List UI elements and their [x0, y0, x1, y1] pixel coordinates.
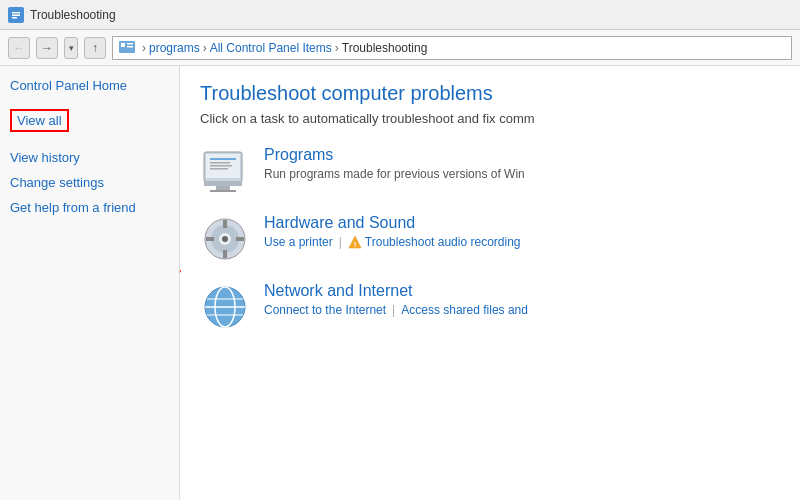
- red-arrow-annotation: [180, 121, 200, 291]
- svg-rect-11: [216, 186, 230, 190]
- content-subtitle: Click on a task to automatically trouble…: [200, 111, 780, 126]
- svg-rect-14: [210, 162, 230, 164]
- programs-icon: [200, 146, 250, 196]
- sidebar-view-all-link[interactable]: View all: [10, 109, 69, 132]
- audio-link[interactable]: Troubleshoot audio recording: [365, 235, 521, 249]
- window-icon: [8, 7, 24, 23]
- svg-rect-16: [210, 168, 228, 170]
- svg-rect-10: [204, 182, 242, 186]
- address-bar: ← → ▾ ↑ › programs › All Control Panel I…: [0, 30, 800, 66]
- sidebar-change-settings-link[interactable]: Change settings: [10, 175, 169, 190]
- sidebar-get-help-link[interactable]: Get help from a friend: [10, 200, 169, 215]
- content-area: Troubleshoot computer problems Click on …: [180, 66, 800, 500]
- path-separator-3: ›: [335, 41, 339, 55]
- hardware-info: Hardware and Sound Use a printer | ! Tro…: [264, 214, 780, 249]
- red-arrow-overlay: [180, 106, 195, 286]
- network-info: Network and Internet Connect to the Inte…: [264, 282, 780, 317]
- programs-description: Run programs made for previous versions …: [264, 167, 780, 181]
- svg-rect-12: [210, 190, 236, 192]
- svg-rect-7: [127, 46, 133, 48]
- network-links: Connect to the Internet | Access shared …: [264, 303, 780, 317]
- sidebar: Control Panel Home View all View history…: [0, 66, 180, 500]
- path-control-panel[interactable]: programs: [149, 41, 200, 55]
- connect-internet-link[interactable]: Connect to the Internet: [264, 303, 386, 317]
- svg-rect-1: [12, 12, 20, 14]
- network-link[interactable]: Network and Internet: [264, 282, 780, 300]
- svg-rect-13: [210, 158, 236, 160]
- svg-rect-23: [236, 237, 244, 241]
- forward-button[interactable]: →: [36, 37, 58, 59]
- svg-rect-22: [206, 237, 214, 241]
- title-bar: Troubleshooting: [0, 0, 800, 30]
- path-all-items[interactable]: All Control Panel Items: [210, 41, 332, 55]
- up-button[interactable]: ↑: [84, 37, 106, 59]
- shared-files-link[interactable]: Access shared files and: [401, 303, 528, 317]
- svg-rect-6: [127, 43, 133, 45]
- svg-rect-21: [223, 250, 227, 258]
- category-network: Network and Internet Connect to the Inte…: [200, 282, 780, 332]
- svg-rect-20: [223, 220, 227, 228]
- svg-point-24: [222, 236, 228, 242]
- svg-rect-3: [12, 17, 17, 19]
- category-hardware: Hardware and Sound Use a printer | ! Tro…: [200, 214, 780, 264]
- path-separator-1: ›: [142, 41, 146, 55]
- red-arrow-svg: [180, 121, 200, 291]
- hardware-links: Use a printer | ! Troubleshoot audio rec…: [264, 235, 780, 249]
- svg-rect-2: [12, 14, 20, 16]
- content-title: Troubleshoot computer problems: [200, 82, 780, 105]
- svg-rect-5: [121, 43, 125, 47]
- hardware-icon: [200, 214, 250, 264]
- address-path[interactable]: › programs › All Control Panel Items › T…: [112, 36, 792, 60]
- svg-rect-15: [210, 165, 232, 167]
- path-separator-2: ›: [203, 41, 207, 55]
- path-current: Troubleshooting: [342, 41, 428, 55]
- printer-link[interactable]: Use a printer: [264, 235, 333, 249]
- sidebar-view-history-link[interactable]: View history: [10, 150, 169, 165]
- history-dropdown-button[interactable]: ▾: [64, 37, 78, 59]
- back-button[interactable]: ←: [8, 37, 30, 59]
- home-icon: [119, 39, 135, 56]
- main-area: Control Panel Home View all View history…: [0, 66, 800, 500]
- hardware-link[interactable]: Hardware and Sound: [264, 214, 780, 232]
- window-title: Troubleshooting: [30, 8, 116, 22]
- svg-text:!: !: [353, 240, 356, 249]
- sidebar-home-link[interactable]: Control Panel Home: [10, 78, 169, 93]
- network-icon: [200, 282, 250, 332]
- category-programs: Programs Run programs made for previous …: [200, 146, 780, 196]
- programs-link[interactable]: Programs: [264, 146, 780, 164]
- programs-info: Programs Run programs made for previous …: [264, 146, 780, 181]
